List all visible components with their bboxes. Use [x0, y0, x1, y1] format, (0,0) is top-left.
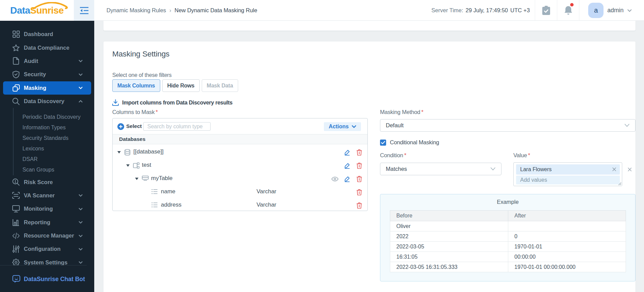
column-datatype: Varchar	[257, 201, 276, 208]
collapse-caret-icon[interactable]	[135, 178, 138, 180]
select-columns-label[interactable]: Select	[126, 123, 142, 129]
header-right: Server Time: 29 July, 17:49:50 UTC +3	[431, 0, 644, 21]
collapse-caret-icon[interactable]	[126, 164, 130, 167]
sidebar-item-configuration[interactable]: Configuration	[0, 242, 94, 256]
sidebar-subitem-lexicons[interactable]: Lexicons	[14, 143, 94, 154]
database-icon	[124, 149, 131, 156]
sidebar-subitem-information-types[interactable]: Information Types	[14, 122, 94, 133]
sidebar-item-label: Security	[24, 71, 46, 78]
mask-columns-button[interactable]: Mask Columns	[112, 79, 160, 92]
collapse-caret-icon[interactable]	[117, 151, 121, 153]
sidebar-item-label: Data Compliance	[24, 45, 69, 51]
add-values-placeholder: Add values	[520, 177, 547, 183]
sidebar-item-security[interactable]: Security	[0, 68, 94, 81]
sliders-icon	[12, 245, 20, 253]
sidebar-item-label: Risk Score	[24, 179, 53, 185]
clipboard-check-icon	[542, 6, 550, 15]
sidebar-item-risk-score[interactable]: Risk Score	[0, 175, 94, 189]
section-title: Masking Settings	[112, 50, 169, 59]
clear-values-icon[interactable]	[627, 167, 632, 172]
edit-icon[interactable]	[341, 175, 353, 183]
sidebar-collapse-button[interactable]	[74, 0, 94, 21]
value-label: Value*	[513, 152, 530, 159]
sidebar-item-resource-manager[interactable]: Resource Manager	[0, 229, 94, 242]
edit-icon[interactable]	[341, 162, 353, 169]
main-content: Masking Settings Select one of these fil…	[94, 21, 644, 292]
add-column-button[interactable]	[117, 123, 124, 130]
example-row: Oliver	[390, 221, 626, 231]
username: admin	[607, 7, 624, 14]
example-row: 2022-03-05 1970-01-01	[390, 242, 626, 252]
sidebar-item-masking[interactable]: Masking	[3, 81, 91, 95]
delete-icon[interactable]	[353, 149, 365, 156]
chatbot-label: DataSunrise Chat Bot	[24, 276, 85, 283]
hide-rows-button[interactable]: Hide Rows	[162, 79, 200, 92]
bell-icon	[564, 6, 573, 15]
example-row: 2022-03-05 16:31:05.333 1970-01-01 00:00…	[390, 262, 626, 272]
edit-icon[interactable]	[341, 149, 353, 156]
masking-icon	[12, 84, 20, 92]
sidebar-item-label: VA Scanner	[24, 192, 55, 199]
dashboard-icon	[12, 31, 20, 38]
row-actions	[341, 146, 365, 159]
sidebar-item-reporting[interactable]: Reporting	[0, 216, 94, 229]
server-time-label: Server Time:	[431, 7, 463, 14]
columns-to-mask-label-text: Columns to Mask	[112, 109, 154, 115]
delete-icon[interactable]	[353, 162, 365, 169]
condition-select[interactable]: Matches	[380, 163, 501, 175]
sidebar-item-dashboard[interactable]: Dashboard	[0, 28, 94, 41]
sidebar-item-label: Resource Manager	[24, 232, 74, 239]
sidebar-item-label: Reporting	[24, 219, 50, 226]
sidebar-item-monitoring[interactable]: Monitoring	[0, 202, 94, 215]
conditional-masking-toggle[interactable]: Conditional Masking	[380, 139, 439, 146]
sidebar-subitem-scan-groups[interactable]: Scan Groups	[14, 164, 94, 175]
delete-icon[interactable]	[353, 175, 365, 183]
tasks-button[interactable]	[535, 0, 557, 21]
bar-chart-icon	[12, 218, 20, 226]
columns-panel-header: Select Actions	[113, 118, 367, 134]
column-search-input[interactable]	[143, 122, 211, 131]
sidebar: Dashboard Data Compliance Audit	[0, 21, 94, 292]
chevron-down-icon	[491, 167, 495, 171]
server-time-zone: UTC +3	[510, 7, 530, 14]
chevron-down-icon	[352, 125, 356, 128]
sidebar-item-system-settings[interactable]: System Settings	[0, 256, 94, 265]
import-columns-link[interactable]: Import columns from Data Discovery resul…	[112, 99, 232, 106]
sidebar-subitem-periodic-data-discovery[interactable]: Periodic Data Discovery	[14, 112, 94, 122]
databases-group-header-text: Databases	[119, 136, 146, 142]
sidebar-item-label: Dashboard	[24, 31, 53, 37]
value-tags-input[interactable]: Lara Flowers Add values	[513, 162, 622, 186]
mask-data-button[interactable]: Mask Data	[202, 79, 238, 92]
sidebar-item-va-scanner[interactable]: VA Scanner	[0, 189, 94, 202]
breadcrumb-separator: ›	[169, 7, 171, 14]
example-cell-before: Oliver	[390, 221, 508, 231]
download-icon	[112, 99, 119, 106]
sidebar-subitem-dsar[interactable]: DSAR	[14, 154, 94, 164]
logo[interactable]: DataSunrise	[0, 0, 74, 21]
eye-icon[interactable]	[329, 175, 341, 183]
columns-to-mask-label: Columns to Mask*	[112, 109, 158, 115]
filter-buttons: Mask Columns Hide Rows Mask Data	[112, 79, 238, 92]
tree-row-column-address: address Varchar	[113, 199, 367, 212]
add-values-input[interactable]: Add values	[516, 176, 620, 184]
breadcrumb-link[interactable]: Dynamic Masking Rules	[106, 7, 166, 14]
sidebar-item-data-discovery[interactable]: Data Discovery	[0, 95, 94, 108]
masking-method-select[interactable]: Default	[380, 119, 635, 132]
row-actions	[353, 199, 365, 212]
value-label-text: Value	[513, 152, 527, 158]
sidebar-item-label: Audit	[24, 58, 38, 64]
delete-icon[interactable]	[353, 189, 365, 196]
column-datatype: Varchar	[257, 188, 276, 195]
sidebar-item-audit[interactable]: Audit	[0, 54, 94, 68]
remove-chip-icon[interactable]	[612, 167, 617, 172]
actions-button-label: Actions	[329, 124, 349, 130]
delete-icon[interactable]	[353, 202, 365, 209]
sidebar-item-data-compliance[interactable]: Data Compliance	[0, 41, 94, 54]
resize-handle-icon[interactable]	[618, 182, 622, 185]
user-menu[interactable]: a admin	[579, 3, 644, 18]
example-header-before: Before	[390, 211, 508, 221]
actions-button[interactable]: Actions	[324, 122, 361, 131]
sidebar-item-chatbot[interactable]: DataSunrise Chat Bot	[0, 272, 94, 287]
notifications-button[interactable]	[557, 0, 579, 21]
sidebar-subitem-security-standards[interactable]: Security Standards	[14, 133, 94, 143]
